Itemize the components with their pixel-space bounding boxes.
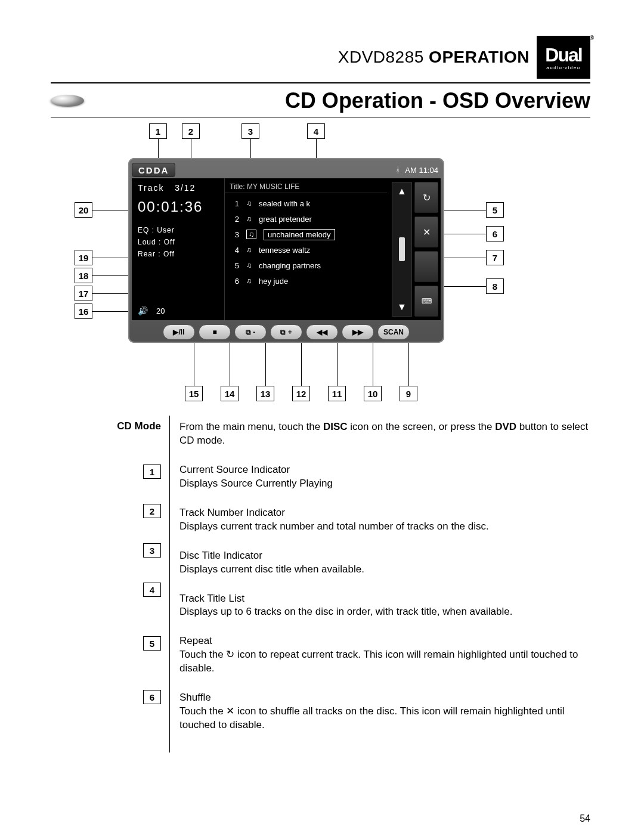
blank-button[interactable]: [414, 251, 438, 282]
volume-value: 20: [156, 306, 165, 315]
track-name: great pretender: [259, 215, 312, 224]
desc-num-6: 6: [143, 690, 161, 704]
brand-logo: Dual audio·video: [537, 36, 590, 79]
desc-sub: Touch the ↻ icon to repeat current track…: [179, 648, 590, 676]
note-icon: ♫: [246, 246, 252, 254]
right-pane: ▲ ▼ ↻ ✕ ⌨: [391, 178, 441, 320]
scrollbar[interactable]: ▲ ▼: [392, 182, 412, 317]
leader: [373, 338, 373, 386]
callout-13: 13: [256, 386, 274, 401]
callout-6: 6: [486, 226, 504, 241]
eq-setting: EQ : User: [138, 226, 218, 234]
folder-plus-icon: ⧉ +: [280, 328, 292, 336]
callout-11: 11: [328, 386, 346, 401]
desc-title: Repeat: [179, 634, 590, 648]
leader: [438, 286, 486, 287]
desc-item-3: Disc Title Indicator Displays current di…: [179, 549, 590, 577]
scan-label: SCAN: [383, 328, 404, 336]
callout-17: 17: [75, 286, 92, 301]
folder-plus-button[interactable]: ⧉ +: [270, 324, 302, 340]
scroll-up-icon[interactable]: ▲: [397, 186, 407, 197]
folder-minus-icon: ⧉ -: [246, 328, 255, 336]
page-header: XDVD8285 OPERATION Dual audio·video: [51, 36, 590, 83]
keyboard-button[interactable]: ⌨: [414, 286, 438, 317]
track-indicator: Track 3/12: [138, 183, 218, 193]
track-name: unchained melody: [264, 229, 335, 240]
callout-19: 19: [75, 250, 92, 265]
repeat-button[interactable]: ↻: [414, 182, 438, 213]
cd-mode-text: From the main menu, touch the DISC icon …: [179, 420, 590, 448]
clock-area: ᚼ AM 11:04: [395, 165, 438, 175]
desc-title: Track Number Indicator: [179, 506, 590, 520]
shuffle-button[interactable]: ✕: [414, 216, 438, 247]
track-list: 1♫sealed with a k 2♫great pretender 3♫un…: [225, 193, 387, 291]
callout-18: 18: [75, 268, 92, 283]
track-num: 4: [232, 246, 239, 255]
track-row[interactable]: 6♫hey jude: [228, 273, 383, 289]
rear-setting: Rear : Off: [138, 250, 218, 258]
callout-10: 10: [364, 386, 382, 401]
track-num: 5: [232, 261, 239, 270]
screen-topbar: CDDA ᚼ AM 11:04: [132, 162, 441, 178]
rewind-button[interactable]: ◀◀: [306, 324, 338, 340]
track-num: 2: [232, 215, 239, 224]
play-pause-button[interactable]: ▶/II: [163, 324, 195, 340]
track-row[interactable]: 1♫sealed with a k: [228, 196, 383, 211]
callout-15: 15: [185, 386, 203, 401]
callout-12: 12: [292, 386, 310, 401]
callout-20: 20: [75, 202, 92, 218]
scroll-down-icon[interactable]: ▼: [397, 302, 407, 312]
leader: [438, 210, 486, 210]
desc-title: Track Title List: [179, 592, 590, 606]
logo-subtext: audio·video: [546, 65, 580, 70]
track-list-pane: Title: MY MUSIC LIFE 1♫sealed with a k 2…: [224, 178, 391, 320]
leader: [194, 338, 194, 386]
description-left-col: CD Mode 1 2 3 4 5 6: [51, 416, 170, 753]
disc-title: Title: MY MUSIC LIFE: [225, 181, 387, 193]
desc-sub: Touch the ✕ icon to shuffle all tracks o…: [179, 705, 590, 732]
track-row[interactable]: 4♫tennesse waltz: [228, 242, 383, 258]
callout-16: 16: [75, 304, 92, 319]
callout-9: 9: [400, 386, 417, 401]
leader: [438, 234, 486, 234]
desc-sub: Displays current disc title when availab…: [179, 563, 590, 577]
desc-sub: Displays Source Currently Playing: [179, 477, 590, 491]
desc-item-6: Shuffle Touch the ✕ icon to shuffle all …: [179, 691, 590, 732]
logo-text: Dual: [545, 44, 581, 66]
note-icon: ♫: [246, 199, 252, 208]
leader: [230, 338, 230, 386]
disc-icon: [51, 95, 84, 107]
stop-button[interactable]: ■: [199, 324, 231, 340]
rewind-icon: ◀◀: [317, 328, 327, 336]
scan-button[interactable]: SCAN: [377, 324, 410, 340]
fast-forward-button[interactable]: ▶▶: [342, 324, 374, 340]
screen-body: Track 3/12 00:01:36 EQ : User Loud : Off…: [132, 178, 441, 320]
leader: [301, 338, 302, 386]
desc-sub: Displays current track number and total …: [179, 520, 590, 534]
track-row[interactable]: 5♫changing partners: [228, 258, 383, 273]
track-row-selected[interactable]: 3♫unchained melody: [228, 227, 383, 242]
scroll-thumb[interactable]: [399, 237, 405, 261]
track-num: 6: [232, 277, 239, 286]
callout-8: 8: [486, 278, 504, 294]
track-name: hey jude: [259, 277, 288, 286]
callout-3: 3: [242, 123, 259, 139]
desc-num-3: 3: [143, 543, 161, 558]
source-badge: CDDA: [132, 163, 175, 177]
callout-1: 1: [149, 123, 167, 139]
cd-mode-label: CD Mode: [51, 420, 161, 432]
model-number: XDVD8285: [338, 48, 424, 66]
track-row[interactable]: 2♫great pretender: [228, 211, 383, 227]
timecode: 00:01:36: [138, 199, 218, 215]
folder-minus-button[interactable]: ⧉ -: [234, 324, 267, 340]
osd-diagram: 1 2 3 4 20 19 18 17 16 5 6 7 8 15 14 13 …: [51, 123, 590, 416]
note-icon: ♫: [246, 261, 252, 270]
leader: [438, 258, 486, 258]
track-label: Track: [138, 183, 164, 193]
page: XDVD8285 OPERATION Dual audio·video CD O…: [51, 36, 590, 753]
callout-5: 5: [486, 202, 504, 218]
speaker-icon: 🔊: [138, 306, 148, 315]
callout-7: 7: [486, 250, 504, 265]
loud-setting: Loud : Off: [138, 238, 218, 246]
track-num: 3: [232, 230, 239, 239]
